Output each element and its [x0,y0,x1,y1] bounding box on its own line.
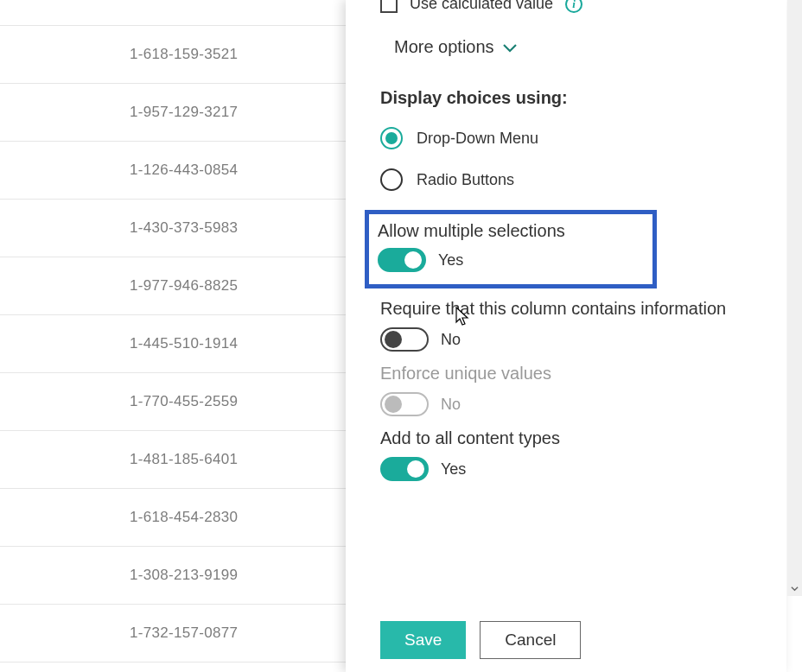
radio-radio-buttons[interactable]: Radio Buttons [380,168,752,191]
radio-dropdown-label: Drop-Down Menu [417,130,538,148]
table-row[interactable]: 1-770-455-2559 [0,373,346,431]
column-settings-panel: Use calculated value i More options Disp… [346,0,786,672]
table-row[interactable]: 1-308-213-9199 [0,547,346,605]
use-calculated-label: Use calculated value [410,0,553,13]
table-row[interactable]: 1-430-373-5983 [0,200,346,257]
scrollbar-down-arrow-icon[interactable] [787,581,802,596]
radio-icon [380,127,403,149]
more-options-toggle[interactable]: More options [394,37,517,57]
cancel-button[interactable]: Cancel [480,621,581,659]
add-all-toggle[interactable] [380,457,429,481]
radio-buttons-label: Radio Buttons [417,171,514,189]
more-options-label: More options [394,37,494,57]
allow-multiple-selections-highlight: Allow multiple selections Yes [365,210,657,288]
table-row[interactable]: 1-732-157-0877 [0,605,346,662]
require-info-value: No [441,331,461,349]
table-row[interactable]: 1-977-946-8825 [0,257,346,315]
table-row[interactable]: 1-957-129-3217 [0,84,346,142]
panel-scrollbar[interactable] [787,0,802,596]
table-row[interactable] [0,0,346,26]
radio-dropdown-menu[interactable]: Drop-Down Menu [380,127,752,149]
table-row[interactable]: 1-445-510-1914 [0,315,346,373]
panel-footer: Save Cancel [346,605,786,672]
add-all-label: Add to all content types [380,428,752,448]
use-calculated-checkbox[interactable] [380,0,398,13]
info-icon[interactable]: i [565,0,582,13]
require-info-toggle[interactable] [380,327,429,352]
require-info-label: Require that this column contains inform… [380,299,752,319]
enforce-unique-value: No [441,396,461,414]
chevron-down-icon [503,37,517,57]
allow-multiple-value: Yes [438,251,463,269]
table-row[interactable]: 1-481-185-6401 [0,431,346,489]
save-button[interactable]: Save [380,621,466,659]
allow-multiple-label: Allow multiple selections [378,221,644,241]
add-all-value: Yes [441,460,466,479]
allow-multiple-toggle[interactable] [378,248,426,272]
background-list: 1-618-159-3521 1-957-129-3217 1-126-443-… [0,0,346,672]
enforce-unique-toggle [380,392,429,416]
table-row[interactable]: 1-618-159-3521 [0,26,346,84]
enforce-unique-label: Enforce unique values [380,364,752,384]
display-choices-title: Display choices using: [380,88,752,108]
use-calculated-value-row: Use calculated value i [380,0,752,13]
table-row[interactable]: 1-126-443-0854 [0,142,346,200]
table-row[interactable]: 1-618-454-2830 [0,489,346,547]
radio-icon [380,168,403,191]
